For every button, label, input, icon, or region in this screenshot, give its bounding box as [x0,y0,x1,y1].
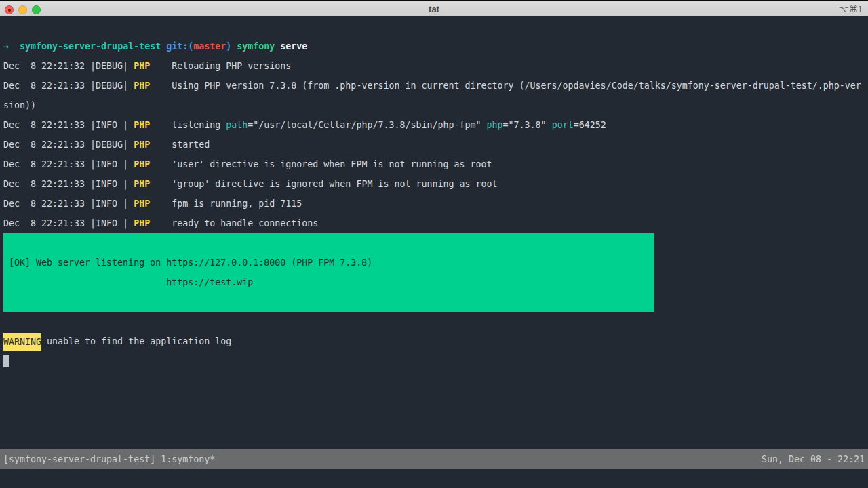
terminal-text-segment: Dec 8 22:21:32 |DEBUG| [3,61,134,71]
terminal-text-segment: fpm is running, pid 7115 [150,199,302,209]
window-title: tat [0,3,868,16]
terminal-text-segment: sion)) [3,100,36,110]
terminal-text-segment: ="/usr/local/Cellar/php/7.3.8/sbin/php-f… [248,120,486,130]
terminal-text-segment: port [552,120,574,130]
success-message-line: [OK] Web server listening on https://127… [3,253,654,272]
terminal-text-segment: PHP [134,81,150,91]
terminal-text-segment: =64252 [574,120,606,130]
terminal-text-segment: Reloading PHP versions [150,61,291,71]
terminal-text-segment: PHP [134,159,150,169]
terminal-text-segment: Dec 8 22:21:33 |INFO | [3,199,134,209]
tmux-status-bar: [symfony-server-drupal-test] 1:symfony* … [0,449,868,469]
terminal-text-segment: symfony-server-drupal-test [20,41,161,52]
terminal-text-segment: Dec 8 22:21:33 |DEBUG| [3,140,134,150]
window-shortcut-hint: ⌥⌘1 [839,3,863,16]
terminal-text-segment: Dec 8 22:21:33 |INFO | [3,159,134,169]
terminal-text-segment: PHP [134,140,150,150]
terminal-text-segment: master [193,41,226,52]
terminal-line: Dec 8 22:21:33 |INFO | PHP listening pat… [3,115,868,135]
terminal-text-segment: Dec 8 22:21:33 |INFO | [3,218,134,228]
titlebar: tat ⌥⌘1 [0,0,868,16]
terminal-text-segment: → [3,41,9,52]
terminal-cursor [3,355,9,367]
terminal-text-segment: 'user' directive is ignored when FPM is … [150,159,492,169]
terminal-text-segment: ready to handle connections [150,218,318,228]
tmux-datetime: Sun, Dec 08 - 22:21 [762,449,868,469]
terminal-rows: → symfony-server-drupal-test git:(master… [3,37,868,371]
terminal-text-segment: Dec 8 22:21:33 |DEBUG| [3,81,134,91]
terminal-text-segment: listening [150,120,226,130]
terminal-line: sion)) [3,96,868,115]
terminal-text-segment: PHP [134,61,150,71]
terminal-text-segment: Using PHP version 7.3.8 (from .php-versi… [150,81,861,91]
terminal-screen[interactable]: → symfony-server-drupal-test git:(master… [0,16,868,488]
terminal-text-segment: Dec 8 22:21:33 |INFO | [3,120,134,130]
terminal-text-segment: 'group' directive is ignored when FPM is… [150,179,497,189]
terminal-line: Dec 8 22:21:33 |INFO | PHP 'user' direct… [3,155,868,174]
terminal-text-segment: path [226,120,248,130]
terminal-line: Dec 8 22:21:33 |INFO | PHP ready to hand… [3,214,868,233]
cursor-line [3,351,868,371]
tmux-session-info: [symfony-server-drupal-test] 1:symfony* [0,449,215,469]
warning-line: WARNING unable to find the application l… [3,331,868,351]
success-message-line: https://test.wip [3,272,654,292]
warning-badge: WARNING [3,333,41,351]
terminal-text-segment: PHP [134,218,150,228]
terminal-text-segment: PHP [134,199,150,209]
terminal-text-segment: Dec 8 22:21:33 |INFO | [3,179,134,189]
terminal-text-segment: started [150,140,210,150]
blank-line [3,312,868,331]
terminal-text-segment: git:( [166,41,193,52]
terminal-text-segment [9,41,20,52]
terminal-line: Dec 8 22:21:32 |DEBUG| PHP Reloading PHP… [3,56,868,76]
terminal-text-segment [161,41,166,52]
terminal-text-segment: symfony [237,41,275,52]
terminal-line: → symfony-server-drupal-test git:(master… [3,37,868,56]
success-message-line [3,233,654,253]
success-message-box: [OK] Web server listening on https://127… [3,233,654,312]
success-message-line [3,292,654,312]
warning-text: unable to find the application log [41,336,231,346]
terminal-text-segment: PHP [134,120,150,130]
terminal-text-segment: php [487,120,503,130]
terminal-text-segment: PHP [134,179,150,189]
terminal-line: Dec 8 22:21:33 |INFO | PHP fpm is runnin… [3,194,868,214]
terminal-window: tat ⌥⌘1 → symfony-server-drupal-test git… [0,0,868,488]
terminal-line: Dec 8 22:21:33 |DEBUG| PHP started [3,135,868,155]
terminal-line: Dec 8 22:21:33 |INFO | PHP 'group' direc… [3,174,868,194]
terminal-line: Dec 8 22:21:33 |DEBUG| PHP Using PHP ver… [3,76,868,96]
terminal-text-segment: ="7.3.8" [503,120,552,130]
terminal-text-segment: serve [275,41,307,52]
